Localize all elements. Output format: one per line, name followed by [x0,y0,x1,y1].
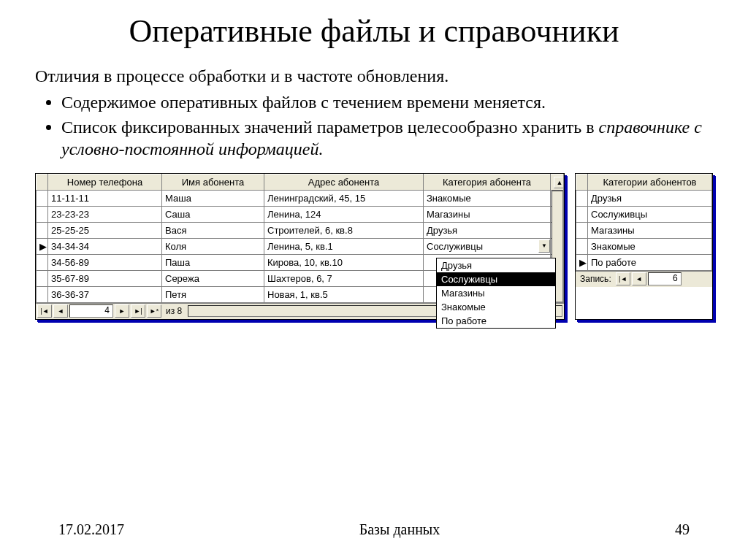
table-row[interactable]: Друзья [576,190,712,206]
row-selector[interactable] [37,190,48,206]
cell[interactable]: Сережа [162,270,264,286]
cell[interactable]: Знакомые [588,238,712,254]
cell[interactable]: 35-67-89 [48,270,162,286]
dropdown-option[interactable]: Знакомые [437,300,555,314]
table-row[interactable]: Магазины [576,222,712,238]
cell[interactable]: Друзья [424,222,551,238]
footer-page: 49 [675,521,690,538]
row-selector[interactable] [37,206,48,222]
cell[interactable]: Коля [162,238,264,254]
table-row[interactable]: Сослуживцы [576,206,712,222]
cell[interactable]: По работе [588,254,712,270]
cell[interactable]: Шахтеров, 6, 7 [264,270,424,286]
cell[interactable]: Новая, 1, кв.5 [264,286,424,302]
cell[interactable]: 25-25-25 [48,222,162,238]
dropdown-arrow-icon[interactable]: ▼ [538,239,550,253]
cell[interactable]: 23-23-23 [48,206,162,222]
row-selector[interactable] [37,270,48,286]
cell[interactable]: Петя [162,286,264,302]
cell[interactable]: Сослуживцы [588,206,712,222]
table-row[interactable]: 25-25-25ВасяСтроителей, 6, кв.8Друзья [37,222,564,238]
cell[interactable]: 34-34-34 [48,238,162,254]
cell[interactable]: Ленинградский, 45, 15 [264,190,424,206]
dropdown-option[interactable]: По работе [437,314,555,328]
cell[interactable]: Маша [162,190,264,206]
row-selector[interactable]: ▶ [576,254,588,270]
table-row[interactable]: Знакомые [576,238,712,254]
footer-date: 17.02.2017 [58,521,124,538]
cell[interactable]: Ленина, 5, кв.1 [264,238,424,254]
nav-prev-button[interactable]: ◄ [632,272,646,285]
row-selector[interactable] [576,222,588,238]
categories-table[interactable]: Категории абонентов ДрузьяСослуживцыМага… [576,174,712,271]
cell[interactable]: Вася [162,222,264,238]
bullet-list: Содержимое оперативных файлов с течением… [35,91,713,160]
nav-total-label: из 8 [163,306,185,316]
nav-first-button[interactable]: |◄ [616,272,630,285]
col-header-category[interactable]: Категория абонента [424,174,551,190]
nav-record-label: Запись: [577,274,614,284]
col-header-address[interactable]: Адрес абонента [264,174,424,190]
category-dropdown-list[interactable]: ДрузьяСослуживцыМагазиныЗнакомыеПо работ… [436,258,556,329]
col-header-name[interactable]: Имя абонента [162,174,264,190]
row-selector[interactable] [37,222,48,238]
subscribers-grid-window: Номер телефона Имя абонента Адрес абонен… [35,173,565,320]
col-header-categories[interactable]: Категории абонентов [588,174,712,190]
nav-prev-button[interactable]: ◄ [53,304,68,318]
row-selector[interactable] [576,238,588,254]
footer-subject: Базы данных [359,521,440,538]
cell[interactable]: Кирова, 10, кв.10 [264,254,424,270]
cell[interactable]: Знакомые [424,190,551,206]
row-selector[interactable]: ▶ [37,238,48,254]
row-selector[interactable] [37,254,48,270]
vscroll-up[interactable]: ▲ [551,174,564,190]
row-selector-header[interactable] [37,174,48,190]
dropdown-option[interactable]: Сослуживцы [437,272,555,286]
cell[interactable]: Друзья [588,190,712,206]
cell[interactable]: Строителей, 6, кв.8 [264,222,424,238]
table-row[interactable]: 11-11-11МашаЛенинградский, 45, 15Знакомы… [37,190,564,206]
nav-last-button[interactable]: ►| [131,304,145,318]
nav-new-button[interactable]: ►* [147,304,161,318]
nav-current-record[interactable]: 4 [69,304,113,318]
row-selector-header[interactable] [576,174,588,190]
cell[interactable]: 11-11-11 [48,190,162,206]
slide-footer: 17.02.2017 Базы данных 49 [0,521,748,538]
row-selector[interactable] [576,206,588,222]
row-selector[interactable] [576,190,588,206]
record-navigator: Запись: |◄ ◄ 6 [576,271,712,287]
nav-next-button[interactable]: ► [115,304,129,318]
intro-text: Отличия в процессе обработки и в частоте… [35,65,713,87]
bullet-item: Список фиксированных значений параметров… [61,116,713,160]
cell[interactable]: Паша [162,254,264,270]
cell[interactable]: 36-36-37 [48,286,162,302]
nav-first-button[interactable]: |◄ [37,304,52,318]
cell[interactable]: Ленина, 124 [264,206,424,222]
slide-title: Оперативные файлы и справочники [35,13,713,50]
cell[interactable]: Сослуживцы▼ [424,238,551,254]
cell[interactable]: Магазины [424,206,551,222]
bullet-item: Содержимое оперативных файлов с течением… [61,91,713,113]
cell[interactable]: Магазины [588,222,712,238]
cell[interactable]: 34-56-89 [48,254,162,270]
table-row[interactable]: ▶34-34-34КоляЛенина, 5, кв.1Сослуживцы▼ [37,238,564,254]
nav-current-record[interactable]: 6 [648,272,682,285]
cell[interactable]: Саша [162,206,264,222]
col-header-phone[interactable]: Номер телефона [48,174,162,190]
table-row[interactable]: 23-23-23СашаЛенина, 124Магазины [37,206,564,222]
table-row[interactable]: ▶По работе [576,254,712,270]
dropdown-option[interactable]: Друзья [437,258,555,272]
categories-grid-window: Категории абонентов ДрузьяСослуживцыМага… [575,173,713,320]
dropdown-option[interactable]: Магазины [437,286,555,300]
row-selector[interactable] [37,286,48,302]
